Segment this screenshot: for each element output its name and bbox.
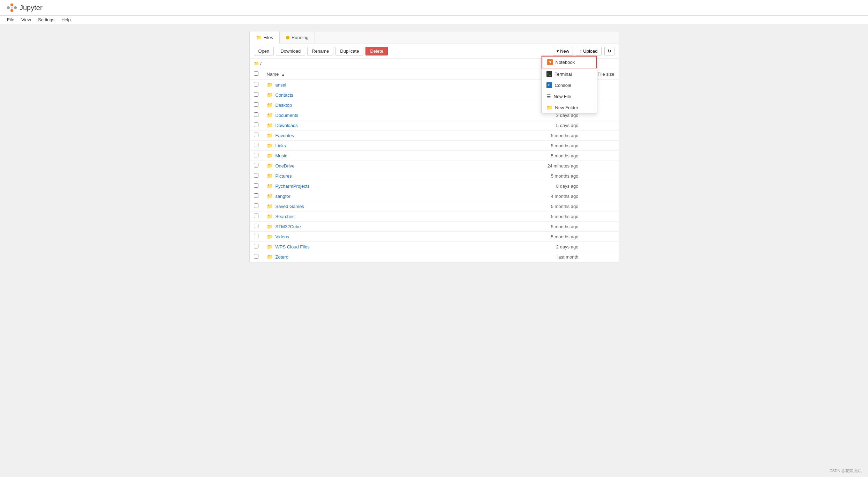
row-checkbox[interactable] — [254, 143, 258, 147]
row-checkbox[interactable] — [254, 183, 258, 188]
row-checkbox[interactable] — [254, 224, 258, 228]
row-checkbox[interactable] — [254, 122, 258, 127]
table-row[interactable]: 📁 Downloads 5 days ago — [250, 120, 619, 131]
table-row[interactable]: 📁 OneDrive 24 minutes ago — [250, 161, 619, 171]
download-button[interactable]: Download — [276, 47, 305, 55]
table-row[interactable]: 📁 Pictures 5 months ago — [250, 171, 619, 181]
select-all-header[interactable] — [250, 68, 263, 80]
file-name[interactable]: Desktop — [276, 103, 292, 108]
row-date-cell: 4 months ago — [529, 191, 583, 201]
row-checkbox-cell[interactable] — [250, 252, 263, 262]
tab-running[interactable]: Running — [280, 31, 315, 44]
table-row[interactable]: 📁 Music 5 months ago — [250, 151, 619, 161]
row-checkbox-cell[interactable] — [250, 181, 263, 191]
row-checkbox-cell[interactable] — [250, 211, 263, 222]
file-name[interactable]: OneDrive — [276, 163, 295, 169]
row-checkbox[interactable] — [254, 193, 258, 198]
table-row[interactable]: 📁 PycharmProjects 8 days ago — [250, 181, 619, 191]
rename-button[interactable]: Rename — [307, 47, 333, 55]
row-checkbox-cell[interactable] — [250, 191, 263, 201]
row-checkbox[interactable] — [254, 153, 258, 157]
duplicate-button[interactable]: Duplicate — [335, 47, 363, 55]
file-name[interactable]: Contacts — [276, 92, 293, 98]
new-button[interactable]: ▾ New — [553, 47, 573, 55]
row-checkbox[interactable] — [254, 214, 258, 218]
row-checkbox-cell[interactable] — [250, 222, 263, 232]
menu-file[interactable]: File — [7, 17, 14, 22]
console-icon: C — [546, 82, 552, 88]
dropdown-item-notebook[interactable]: N Notebook — [542, 56, 597, 68]
row-checkbox-cell[interactable] — [250, 171, 263, 181]
row-checkbox-cell[interactable] — [250, 80, 263, 90]
table-row[interactable]: 📁 Zotero last month — [250, 252, 619, 262]
table-row[interactable]: 📁 Searches 5 months ago — [250, 211, 619, 222]
file-name[interactable]: Music — [276, 153, 287, 158]
dropdown-item-console[interactable]: C Console — [542, 80, 597, 91]
refresh-button[interactable]: ↻ — [604, 47, 614, 55]
menu-view[interactable]: View — [21, 17, 31, 22]
open-button[interactable]: Open — [254, 47, 274, 55]
row-checkbox[interactable] — [254, 254, 258, 259]
row-checkbox-cell[interactable] — [250, 201, 263, 211]
file-name[interactable]: ansel — [276, 82, 286, 88]
row-checkbox[interactable] — [254, 82, 258, 87]
row-checkbox-cell[interactable] — [250, 131, 263, 141]
row-checkbox-cell[interactable] — [250, 151, 263, 161]
file-name[interactable]: Saved Games — [276, 204, 304, 209]
delete-button[interactable]: Delete — [365, 47, 388, 55]
row-checkbox[interactable] — [254, 133, 258, 137]
dropdown-item-new-folder[interactable]: 📁 New Folder — [542, 102, 597, 113]
row-checkbox[interactable] — [254, 173, 258, 178]
dropdown-console-label: Console — [555, 83, 572, 88]
notebook-icon: N — [547, 59, 553, 65]
tab-files[interactable]: 📁 Files — [250, 31, 280, 44]
table-row[interactable]: 📁 Videos 5 months ago — [250, 232, 619, 242]
row-checkbox-cell[interactable] — [250, 141, 263, 151]
row-checkbox-cell[interactable] — [250, 100, 263, 110]
row-checkbox[interactable] — [254, 244, 258, 248]
menu-settings[interactable]: Settings — [38, 17, 54, 22]
upload-button[interactable]: ↑ Upload — [576, 47, 601, 55]
folder-icon: 📁 — [267, 224, 273, 229]
row-size-cell — [582, 120, 618, 131]
name-column-header[interactable]: Name ▲ — [263, 68, 529, 80]
file-name[interactable]: Links — [276, 143, 286, 148]
file-name[interactable]: WPS Cloud Files — [276, 244, 310, 249]
row-size-cell — [582, 151, 618, 161]
file-name[interactable]: STM32Cube — [276, 224, 301, 229]
row-checkbox-cell[interactable] — [250, 242, 263, 252]
file-name[interactable]: Favorites — [276, 133, 294, 138]
file-name[interactable]: Searches — [276, 214, 295, 219]
file-name[interactable]: Documents — [276, 113, 299, 118]
dropdown-item-terminal[interactable]: >_ Terminal — [542, 68, 597, 80]
row-checkbox-cell[interactable] — [250, 90, 263, 100]
file-name[interactable]: Videos — [276, 234, 289, 239]
file-name[interactable]: sangfor — [276, 194, 290, 199]
file-browser-panel: 📁 Files Running Open Download Rename Dup… — [249, 31, 619, 262]
row-size-cell — [582, 161, 618, 171]
terminal-icon: >_ — [546, 71, 552, 77]
row-checkbox[interactable] — [254, 163, 258, 167]
row-checkbox-cell[interactable] — [250, 120, 263, 131]
row-checkbox[interactable] — [254, 203, 258, 208]
file-name[interactable]: Pictures — [276, 173, 292, 179]
dropdown-item-new-file[interactable]: ☰ New File — [542, 91, 597, 102]
table-row[interactable]: 📁 Saved Games 5 months ago — [250, 201, 619, 211]
file-name[interactable]: Downloads — [276, 123, 298, 128]
table-row[interactable]: 📁 STM32Cube 5 months ago — [250, 222, 619, 232]
row-checkbox[interactable] — [254, 112, 258, 117]
select-all-checkbox[interactable] — [254, 71, 258, 76]
row-checkbox-cell[interactable] — [250, 161, 263, 171]
file-name[interactable]: Zotero — [276, 254, 289, 260]
table-row[interactable]: 📁 sangfor 4 months ago — [250, 191, 619, 201]
row-checkbox-cell[interactable] — [250, 232, 263, 242]
row-checkbox[interactable] — [254, 92, 258, 97]
row-checkbox[interactable] — [254, 102, 258, 107]
file-name[interactable]: PycharmProjects — [276, 184, 310, 189]
row-checkbox[interactable] — [254, 234, 258, 238]
row-checkbox-cell[interactable] — [250, 110, 263, 120]
table-row[interactable]: 📁 WPS Cloud Files 2 days ago — [250, 242, 619, 252]
menu-help[interactable]: Help — [61, 17, 71, 22]
table-row[interactable]: 📁 Links 5 months ago — [250, 141, 619, 151]
table-row[interactable]: 📁 Favorites 5 months ago — [250, 131, 619, 141]
